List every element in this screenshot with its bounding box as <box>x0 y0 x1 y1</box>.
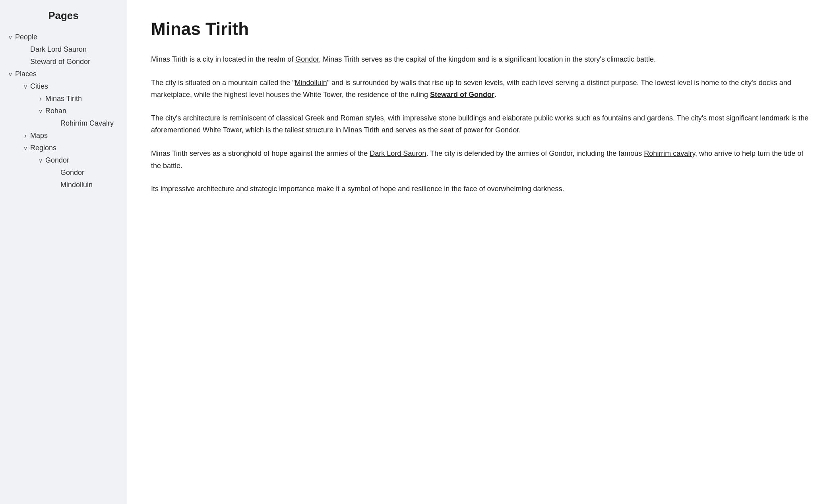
nav-item-minas-tirith: ›Minas Tirith <box>24 93 120 105</box>
nav-children-cities: ›Minas Tirith∨RohanRohirrim Cavalry <box>15 93 120 129</box>
nav-item-steward-of-gondor: Steward of Gondor <box>15 56 120 68</box>
nav-label-rohan: Rohan <box>45 107 66 115</box>
link-mindolluin[interactable]: Mindolluin <box>295 79 327 87</box>
nav-row-maps[interactable]: ›Maps <box>15 130 120 142</box>
main-content: Minas Tirith Minas Tirith is a city in l… <box>127 0 837 504</box>
paragraph-p3: The city's architecture is reminiscent o… <box>151 112 813 136</box>
nav-row-rohirrim-cavalry[interactable]: Rohirrim Cavalry <box>33 118 120 129</box>
nav-row-people[interactable]: ∨People <box>6 31 120 43</box>
chevron-placeholder <box>52 120 60 128</box>
chevron-down-icon: ∨ <box>6 33 14 41</box>
nav-item-rohan: ∨RohanRohirrim Cavalry <box>24 105 120 129</box>
nav-row-rohan[interactable]: ∨Rohan <box>24 105 120 117</box>
nav-label-dark-lord-sauron: Dark Lord Sauron <box>30 45 87 54</box>
chevron-down-icon: ∨ <box>6 70 14 78</box>
nav-row-gondor-page[interactable]: Gondor <box>33 167 120 178</box>
nav-row-minas-tirith[interactable]: ›Minas Tirith <box>24 93 120 105</box>
link-white-tower[interactable]: White Tower <box>203 126 242 134</box>
link-gondor-p1[interactable]: Gondor <box>295 55 319 63</box>
chevron-down-icon: ∨ <box>37 107 45 115</box>
nav-label-gondor-page: Gondor <box>60 169 84 177</box>
chevron-down-icon: ∨ <box>21 83 29 91</box>
link-dark-lord-sauron[interactable]: Dark Lord Sauron <box>370 149 426 157</box>
chevron-right-icon: › <box>21 132 29 140</box>
nav-row-regions[interactable]: ∨Regions <box>15 142 120 154</box>
nav-children-places: ∨Cities›Minas Tirith∨RohanRohirrim Caval… <box>6 81 120 191</box>
nav-item-places: ∨Places∨Cities›Minas Tirith∨RohanRohirri… <box>6 68 120 191</box>
nav-label-gondor-group: Gondor <box>45 156 69 165</box>
nav-item-gondor-page: Gondor <box>33 167 120 178</box>
nav-label-regions: Regions <box>30 144 56 152</box>
chevron-placeholder <box>52 169 60 177</box>
nav-item-mindolluin: Mindolluin <box>33 179 120 191</box>
nav-item-cities: ∨Cities›Minas Tirith∨RohanRohirrim Caval… <box>15 81 120 129</box>
nav-label-cities: Cities <box>30 82 48 91</box>
nav-children-rohan: Rohirrim Cavalry <box>24 118 120 129</box>
nav-item-people: ∨PeopleDark Lord SauronSteward of Gondor <box>6 31 120 68</box>
chevron-right-icon: › <box>37 95 45 103</box>
nav-label-places: Places <box>15 70 37 78</box>
nav-item-dark-lord-sauron: Dark Lord Sauron <box>15 44 120 55</box>
nav-item-gondor-group: ∨GondorGondorMindolluin <box>24 155 120 191</box>
nav-row-steward-of-gondor[interactable]: Steward of Gondor <box>15 56 120 68</box>
paragraph-p2: The city is situated on a mountain calle… <box>151 77 813 101</box>
nav-row-places[interactable]: ∨Places <box>6 68 120 80</box>
nav-row-mindolluin[interactable]: Mindolluin <box>33 179 120 191</box>
nav-item-maps: ›Maps <box>15 130 120 142</box>
content-body: Minas Tirith is a city in located in the… <box>151 53 813 195</box>
nav-row-dark-lord-sauron[interactable]: Dark Lord Sauron <box>15 44 120 55</box>
paragraph-p5: Its impressive architecture and strategi… <box>151 183 813 195</box>
page-title: Minas Tirith <box>151 19 813 39</box>
paragraph-p1: Minas Tirith is a city in located in the… <box>151 53 813 66</box>
link-rohirrim-cavalry[interactable]: Rohirrim cavalry <box>644 149 695 157</box>
sidebar-title: Pages <box>6 10 120 22</box>
nav-label-minas-tirith: Minas Tirith <box>45 95 82 103</box>
nav-row-cities[interactable]: ∨Cities <box>15 81 120 92</box>
link-steward-of-gondor[interactable]: Steward of Gondor <box>430 91 494 99</box>
chevron-down-icon: ∨ <box>21 144 29 152</box>
sidebar: Pages ∨PeopleDark Lord SauronSteward of … <box>0 0 127 504</box>
nav-label-rohirrim-cavalry: Rohirrim Cavalry <box>60 119 114 128</box>
nav-label-maps: Maps <box>30 132 48 140</box>
nav-label-mindolluin: Mindolluin <box>60 181 93 189</box>
nav-item-rohirrim-cavalry: Rohirrim Cavalry <box>33 118 120 129</box>
chevron-placeholder <box>52 181 60 189</box>
chevron-placeholder <box>21 46 29 54</box>
nav-children-people: Dark Lord SauronSteward of Gondor <box>6 44 120 68</box>
chevron-down-icon: ∨ <box>37 157 45 165</box>
chevron-placeholder <box>21 58 29 66</box>
nav-label-steward-of-gondor: Steward of Gondor <box>30 58 90 66</box>
paragraph-p4: Minas Tirith serves as a stronghold of h… <box>151 147 813 172</box>
nav-item-regions: ∨Regions∨GondorGondorMindolluin <box>15 142 120 191</box>
nav-tree: ∨PeopleDark Lord SauronSteward of Gondor… <box>6 31 120 191</box>
nav-row-gondor-group[interactable]: ∨Gondor <box>24 155 120 166</box>
nav-label-people: People <box>15 33 37 41</box>
nav-children-gondor-group: GondorMindolluin <box>24 167 120 191</box>
nav-children-regions: ∨GondorGondorMindolluin <box>15 155 120 191</box>
